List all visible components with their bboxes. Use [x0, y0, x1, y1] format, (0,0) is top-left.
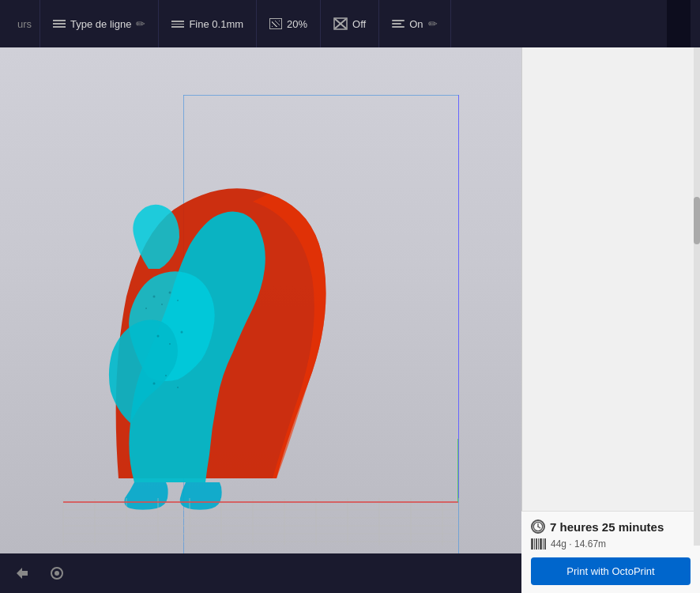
toolbar-adhesion[interactable]: On ✏	[379, 0, 450, 47]
svg-point-10	[181, 331, 183, 334]
clock-icon	[531, 519, 545, 534]
toolbar-fine[interactable]: Fine 0.1mm	[159, 0, 257, 47]
type-ligne-label: Type de ligne	[70, 18, 131, 30]
barcode-icon	[531, 538, 546, 550]
toolbar-support[interactable]: Off	[321, 0, 379, 47]
navigate-next-icon[interactable]	[47, 564, 66, 583]
print-button[interactable]: Print with OctoPrint	[531, 557, 691, 585]
pencil-icon-adhesion: ✏	[428, 17, 438, 30]
viewport-scrollbar[interactable]	[694, 47, 700, 546]
adhesion-icon	[392, 20, 405, 28]
bounding-box-top	[183, 95, 459, 96]
fine-icon	[171, 21, 184, 28]
svg-marker-39	[17, 568, 28, 579]
svg-point-5	[169, 292, 171, 294]
layers-icon	[53, 20, 66, 28]
svg-point-7	[145, 308, 147, 309]
3d-model-svg	[32, 138, 458, 550]
svg-point-8	[157, 335, 160, 338]
toolbar-prev[interactable]: urs	[9, 0, 40, 47]
adhesion-label: On	[409, 18, 423, 30]
toolbar-infill[interactable]: 20%	[257, 0, 321, 47]
scrollbar-thumb[interactable]	[694, 197, 700, 244]
pencil-icon: ✏	[136, 17, 145, 30]
svg-point-3	[153, 296, 156, 298]
top-toolbar: urs Type de ligne ✏ Fine 0.1mm 20%	[0, 0, 700, 47]
svg-point-11	[165, 375, 167, 376]
svg-line-38	[538, 527, 540, 528]
summary-weight-label: 44g · 14.67m	[551, 538, 606, 550]
svg-point-6	[177, 300, 179, 301]
svg-point-4	[161, 304, 163, 305]
axis-y-line	[458, 95, 459, 498]
3d-viewport[interactable]	[0, 47, 521, 593]
support-label: Off	[352, 18, 366, 30]
svg-point-9	[169, 343, 171, 345]
svg-point-41	[55, 571, 59, 576]
bottom-toolbar	[0, 553, 521, 593]
summary-time-label: 7 heures 25 minutes	[550, 520, 664, 534]
svg-point-12	[153, 383, 156, 385]
support-icon	[333, 17, 348, 30]
navigate-prev-icon[interactable]	[13, 564, 32, 583]
fine-label: Fine 0.1mm	[189, 18, 243, 30]
toolbar-type-ligne[interactable]: Type de ligne ✏	[40, 0, 159, 47]
summary-time-row: 7 heures 25 minutes	[531, 519, 691, 534]
svg-point-13	[177, 387, 179, 388]
infill-icon	[269, 18, 282, 29]
summary-weight-row: 44g · 14.67m	[531, 538, 691, 550]
infill-label: 20%	[287, 18, 307, 30]
summary-bar: 7 heures 25 minutes 44g · 14.67m Print w…	[521, 511, 700, 593]
